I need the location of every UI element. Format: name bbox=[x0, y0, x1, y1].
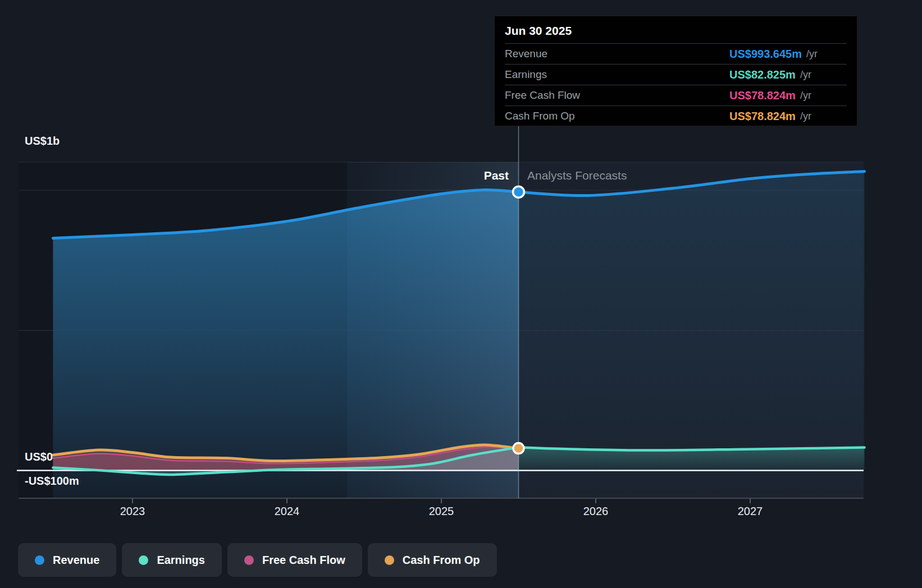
tooltip-row-value: US$993.645m bbox=[729, 48, 802, 61]
x-axis-label-2025: 2025 bbox=[429, 505, 454, 518]
x-axis-label-2024: 2024 bbox=[275, 505, 300, 518]
legend-item-free-cash-flow[interactable]: Free Cash Flow bbox=[227, 543, 362, 577]
legend-label: Free Cash Flow bbox=[262, 554, 345, 567]
tooltip-row-suffix: /yr bbox=[806, 48, 818, 60]
legend-label: Revenue bbox=[53, 554, 99, 567]
tooltip-row-value: US$78.824m bbox=[729, 110, 796, 123]
free-cash-flow-swatch-icon bbox=[244, 555, 254, 565]
tooltip-row-value: US$78.824m bbox=[729, 89, 796, 102]
analysts-forecasts-label: Analysts Forecasts bbox=[527, 169, 627, 182]
tooltip-row-value: US$82.825m bbox=[729, 68, 796, 81]
tooltip-row-label: Revenue bbox=[505, 48, 729, 60]
x-axis-label-2023: 2023 bbox=[120, 505, 145, 518]
tooltip-row: Free Cash FlowUS$78.824m/yr bbox=[505, 85, 847, 105]
legend-item-cash-from-op[interactable]: Cash From Op bbox=[368, 543, 497, 577]
legend-label: Earnings bbox=[157, 554, 205, 567]
revenue-swatch-icon bbox=[35, 555, 44, 565]
earnings-revenue-chart-page: US$1b US$0 -US$100m Past Analysts Foreca… bbox=[0, 0, 922, 588]
x-axis-label-2026: 2026 bbox=[583, 505, 609, 518]
y-axis-label-neg100: -US$100m bbox=[25, 475, 79, 488]
hover-tooltip: Jun 30 2025 RevenueUS$993.645m/yrEarning… bbox=[494, 16, 857, 126]
tooltip-rows: RevenueUS$993.645m/yrEarningsUS$82.825m/… bbox=[505, 43, 847, 126]
past-label: Past bbox=[484, 169, 509, 182]
earnings-swatch-icon bbox=[139, 555, 148, 565]
tooltip-row-label: Free Cash Flow bbox=[505, 89, 729, 102]
legend: RevenueEarningsFree Cash FlowCash From O… bbox=[18, 543, 497, 577]
cash-from-op-swatch-icon bbox=[385, 555, 394, 565]
tooltip-row: Cash From OpUS$78.824m/yr bbox=[505, 105, 847, 126]
y-axis-label-1b: US$1b bbox=[25, 135, 60, 148]
legend-label: Cash From Op bbox=[403, 554, 480, 567]
tooltip-row: EarningsUS$82.825m/yr bbox=[505, 64, 847, 85]
x-axis-label-2027: 2027 bbox=[738, 505, 763, 518]
tooltip-row-suffix: /yr bbox=[800, 111, 811, 122]
tooltip-row-label: Earnings bbox=[505, 68, 729, 81]
tooltip-row: RevenueUS$993.645m/yr bbox=[505, 43, 847, 64]
tooltip-row-suffix: /yr bbox=[800, 69, 811, 81]
tooltip-row-suffix: /yr bbox=[800, 90, 811, 102]
tooltip-row-label: Cash From Op bbox=[505, 110, 729, 122]
legend-item-revenue[interactable]: Revenue bbox=[18, 543, 116, 577]
tooltip-date: Jun 30 2025 bbox=[505, 19, 847, 43]
y-axis-label-zero: US$0 bbox=[25, 451, 53, 463]
legend-item-earnings[interactable]: Earnings bbox=[122, 543, 222, 577]
